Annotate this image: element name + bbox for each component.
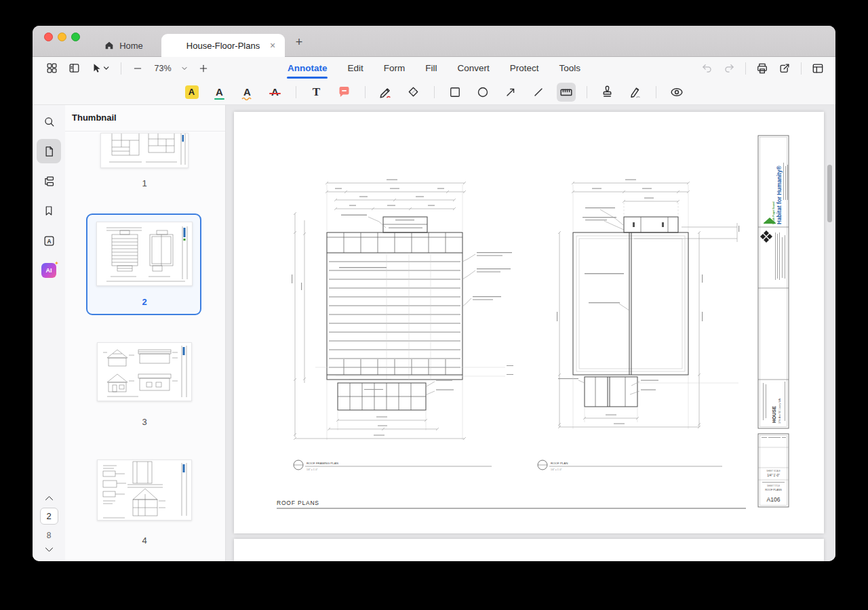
comment-tool[interactable] (335, 83, 354, 102)
text-icon: T (313, 86, 320, 98)
letter-a-icon: A (43, 235, 56, 247)
printer-icon (755, 62, 769, 75)
eraser-tool[interactable] (404, 83, 423, 102)
strikeout-tool[interactable]: A (266, 83, 285, 102)
layout-button[interactable] (810, 60, 826, 77)
main-toolbar: 73% Annotate Edit Form Fill Convert Prot… (33, 57, 835, 79)
annotation-panel-button[interactable]: A (37, 228, 61, 253)
eye-tool[interactable] (667, 83, 686, 102)
tab-document[interactable]: House-Floor-Plans × (161, 34, 285, 58)
pencil-tool[interactable] (376, 83, 395, 102)
thumbnail-panel: Thumbnail 1 (65, 105, 226, 561)
habitat-sub: South Puget Sound (772, 202, 775, 224)
bookmark-panel-button[interactable] (37, 199, 61, 223)
current-page-input[interactable]: 2 (40, 508, 58, 525)
svg-text:SHEET TITLE: SHEET TITLE (767, 485, 780, 487)
menu-convert[interactable]: Convert (456, 60, 490, 77)
minimize-window-button[interactable] (58, 33, 66, 41)
rectangle-icon (448, 85, 462, 99)
pdf-page-3-partial[interactable] (234, 539, 824, 561)
thumbnail-label-3[interactable]: 3 (65, 417, 224, 427)
divider (296, 86, 296, 98)
squiggly-tool[interactable]: A (238, 83, 257, 102)
thumbnail-label-4[interactable]: 4 (65, 535, 224, 546)
search-icon (43, 115, 56, 128)
stamp-tool[interactable] (598, 83, 617, 102)
ai-assistant-button[interactable]: AI✦ (37, 258, 61, 283)
search-button[interactable] (37, 109, 61, 134)
thumbnail-image (97, 222, 192, 285)
redo-button[interactable] (721, 60, 737, 77)
layout-icon (811, 62, 825, 75)
close-tab-icon[interactable]: × (267, 40, 278, 51)
thumbnail-panel-button[interactable] (37, 139, 61, 163)
signature-tool[interactable] (626, 83, 645, 102)
measure-tool[interactable] (557, 83, 576, 102)
eye-icon (669, 85, 684, 100)
page-down-icon[interactable] (44, 546, 54, 553)
rail-nav: A AI✦ (33, 109, 65, 283)
thumbnail-label-2[interactable]: 2 (65, 297, 224, 307)
home-icon (104, 40, 115, 51)
share-button[interactable] (776, 60, 793, 77)
divider (656, 86, 656, 98)
divider (65, 131, 226, 131)
menu-tools[interactable]: Tools (558, 60, 583, 77)
strikeout-icon: A (271, 87, 279, 97)
caption-left: ROOF FRAMING PLAN 1/4" = 1'-0" (294, 460, 492, 471)
project-name: HOUSE (772, 406, 776, 423)
screen: Home House-Floor-Plans × + 73% (0, 0, 868, 610)
squiggly-icon: A (243, 87, 251, 97)
sheet-number: A106 (767, 496, 781, 503)
undo-button[interactable] (698, 60, 715, 77)
thumbnail-page-2[interactable] (96, 222, 193, 286)
menu-edit[interactable]: Edit (346, 60, 364, 77)
ai-icon: AI✦ (41, 263, 56, 278)
eraser-icon (406, 85, 420, 99)
menu-form[interactable]: Form (382, 60, 407, 77)
fullscreen-window-button[interactable] (71, 33, 80, 41)
architect-logo (760, 230, 772, 243)
underline-icon: A (216, 87, 223, 97)
print-button[interactable] (754, 60, 770, 77)
thumbnail-page-3[interactable] (97, 342, 192, 401)
roof-plan-drawing: ROOF FRAMING PLAN 1/4" = 1'-0" ROOF PLAN… (234, 112, 824, 533)
line-icon (532, 85, 545, 99)
menu-fill[interactable]: Fill (424, 60, 438, 77)
pdf-page-2[interactable]: ROOF FRAMING PLAN 1/4" = 1'-0" ROOF PLAN… (234, 112, 824, 533)
roof-plan (557, 180, 739, 430)
divider (745, 62, 746, 75)
page-up-icon[interactable] (44, 495, 54, 502)
comment-icon (337, 85, 351, 99)
circle-icon (476, 85, 490, 99)
svg-text:A: A (47, 237, 51, 244)
arrow-tool[interactable] (501, 83, 520, 102)
total-pages: 8 (47, 531, 52, 540)
close-window-button[interactable] (44, 33, 53, 41)
rectangle-tool[interactable] (446, 83, 465, 102)
document-viewer: ROOF FRAMING PLAN 1/4" = 1'-0" ROOF PLAN… (226, 105, 835, 561)
outline-panel-button[interactable] (37, 169, 61, 193)
thumbnail-page-4[interactable] (97, 460, 192, 521)
vertical-scrollbar[interactable] (827, 165, 832, 222)
underline-tool[interactable]: A (210, 83, 229, 102)
thumbnail-label-1[interactable]: 1 (65, 178, 224, 188)
svg-text:ROOF FRAMING PLAN: ROOF FRAMING PLAN (307, 462, 338, 465)
svg-text:1/4" 1'-0": 1/4" 1'-0" (767, 474, 780, 477)
redo-icon (723, 62, 736, 75)
arrow-icon (504, 85, 517, 99)
svg-text:ROOF PLANS: ROOF PLANS (765, 489, 782, 491)
thumbnail-page-1[interactable] (100, 133, 189, 168)
ellipse-tool[interactable] (473, 83, 492, 102)
text-tool[interactable]: T (307, 83, 326, 102)
page-navigator: 2 8 (33, 495, 65, 553)
highlight-tool[interactable]: A (182, 83, 201, 102)
menu-protect[interactable]: Protect (509, 60, 540, 77)
menu-annotate[interactable]: Annotate (286, 60, 329, 77)
caption-right: ROOF PLAN 1/4" = 1'-0" (538, 460, 722, 471)
new-tab-button[interactable]: + (292, 35, 307, 50)
line-tool[interactable] (529, 83, 548, 102)
content-area: A AI✦ 2 8 Thumbnail (33, 105, 835, 561)
tab-home[interactable]: Home (87, 34, 160, 57)
pencil-icon (378, 85, 393, 100)
